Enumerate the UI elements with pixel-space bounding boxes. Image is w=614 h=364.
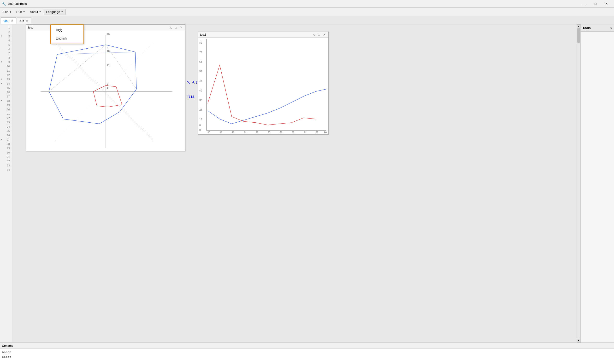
menubar: File ▼ Run ▼ About ▼ Language ▼ 中文 Engli…: [0, 8, 614, 16]
line-number-24: 24: [0, 125, 12, 129]
line-number-32: 32: [0, 159, 12, 163]
scroll-thumb[interactable]: [577, 28, 580, 43]
svg-marker-9: [49, 45, 137, 124]
radar-chart: 20 16 12 8 4: [26, 30, 186, 151]
svg-text:90: 90: [324, 131, 327, 134]
line-number-27: 27: [0, 137, 12, 142]
line-number-26: 26: [0, 133, 12, 137]
minimize-button[interactable]: —: [579, 0, 590, 8]
svg-line-11: [106, 45, 137, 89]
console-line-2: 66666: [2, 354, 612, 359]
tools-header: Tools »: [581, 25, 614, 32]
app-icon: 🔧: [2, 2, 6, 6]
line-number-22: 22: [0, 116, 12, 120]
language-dropdown: 中文 English: [50, 25, 84, 44]
svg-text:56: 56: [199, 70, 202, 73]
about-menu[interactable]: About ▼: [28, 9, 44, 15]
plots-area: test △ □ ✕ 20 16 12 8 4: [12, 25, 577, 342]
svg-text:16: 16: [199, 118, 202, 121]
console-line-1: 66666: [2, 350, 612, 354]
line-number-13: 13: [0, 77, 12, 81]
svg-text:8: 8: [199, 124, 201, 127]
tab-djs-close[interactable]: ✕: [26, 19, 28, 23]
svg-text:24: 24: [199, 108, 202, 111]
line-number-31: 31: [0, 155, 12, 159]
line-number-15: 15: [0, 86, 12, 90]
line-number-5: 5: [0, 43, 12, 47]
svg-text:74: 74: [304, 131, 307, 134]
language-english[interactable]: English: [51, 35, 84, 42]
svg-text:80: 80: [199, 41, 202, 44]
line-number-30: 30: [0, 150, 12, 155]
svg-text:40: 40: [199, 89, 202, 92]
plot-test1-close[interactable]: ✕: [322, 33, 326, 37]
line-number-6: 6: [0, 47, 12, 51]
line-number-16: 16: [0, 90, 12, 94]
main-area: 1234567891011121314151617181920212223242…: [0, 25, 614, 342]
plot-test1-minimize[interactable]: △: [312, 33, 316, 37]
titlebar: 🔧 MathLabTools — □ ✕: [0, 0, 614, 8]
tools-panel: Tools »: [580, 25, 614, 342]
svg-text:64: 64: [199, 61, 202, 63]
language-menu[interactable]: Language ▼: [44, 9, 66, 15]
svg-text:72: 72: [199, 51, 202, 54]
line-number-34: 34: [0, 168, 12, 172]
line-number-8: 8: [0, 56, 12, 60]
svg-text:58: 58: [280, 131, 282, 134]
tab-tab0-label: tab0: [4, 19, 9, 23]
svg-text:20: 20: [107, 33, 110, 36]
line-number-3: 3: [0, 34, 12, 38]
plot-controls-test1: △ □ ✕: [312, 33, 326, 37]
svg-text:26: 26: [232, 131, 235, 134]
svg-text:34: 34: [244, 131, 247, 134]
line-number-21: 21: [0, 112, 12, 116]
console-area: Console 66666 66666: [0, 342, 614, 364]
scroll-up-button[interactable]: ▲: [577, 25, 581, 28]
svg-text:16: 16: [107, 50, 110, 52]
svg-text:18: 18: [220, 131, 223, 134]
app-title: MathLabTools: [7, 2, 579, 5]
tabs-bar: tab0 ✕ d.js ✕: [0, 16, 614, 25]
plot-test-minimize[interactable]: △: [168, 26, 173, 29]
tab-tab0-close[interactable]: ✕: [11, 19, 14, 23]
language-chinese[interactable]: 中文: [51, 26, 84, 35]
plot-title-test1: test1: [200, 33, 312, 36]
svg-text:0: 0: [199, 129, 201, 131]
line-number-9: 9: [0, 60, 12, 64]
close-button[interactable]: ✕: [601, 0, 612, 8]
line-number-18: 18: [0, 99, 12, 103]
line-number-23: 23: [0, 120, 12, 125]
line-number-12: 12: [0, 73, 12, 77]
scrollbar-right: ▲ ▼: [577, 25, 580, 342]
svg-text:32: 32: [199, 99, 202, 102]
tab-tab0[interactable]: tab0 ✕: [1, 17, 16, 24]
svg-text:42: 42: [256, 131, 259, 134]
plot-test-maximize[interactable]: □: [174, 26, 178, 29]
plot-test-close[interactable]: ✕: [179, 26, 183, 29]
svg-text:82: 82: [316, 131, 319, 134]
run-menu[interactable]: Run ▼: [14, 9, 28, 15]
svg-text:4: 4: [107, 87, 108, 90]
plot-titlebar-test: test △ □ ✕: [26, 25, 185, 30]
window-controls: — □ ✕: [579, 0, 612, 8]
scroll-down-button[interactable]: ▼: [577, 339, 581, 342]
line-chart: 80 72 64 56 48 40 32 24 16 8 0 10 18 26 …: [198, 38, 329, 135]
maximize-button[interactable]: □: [590, 0, 601, 8]
plot-controls-test: △ □ ✕: [168, 26, 183, 29]
scroll-track: [577, 28, 580, 339]
code-text-1: 5, 4]]: [187, 81, 197, 84]
svg-text:48: 48: [199, 80, 202, 82]
line-number-14: 14: [0, 81, 12, 86]
line-number-20: 20: [0, 107, 12, 112]
svg-text:10: 10: [208, 131, 210, 134]
line-number-7: 7: [0, 51, 12, 56]
line-number-29: 29: [0, 146, 12, 150]
line-number-10: 10: [0, 64, 12, 68]
line-number-28: 28: [0, 142, 12, 146]
tools-expand-button[interactable]: »: [610, 26, 612, 30]
file-menu[interactable]: File ▼: [1, 9, 14, 15]
tab-djs-label: d.js: [19, 19, 24, 23]
plot-test1-maximize[interactable]: □: [317, 33, 321, 37]
line-number-2: 2: [0, 30, 12, 34]
tab-djs[interactable]: d.js ✕: [17, 17, 31, 24]
